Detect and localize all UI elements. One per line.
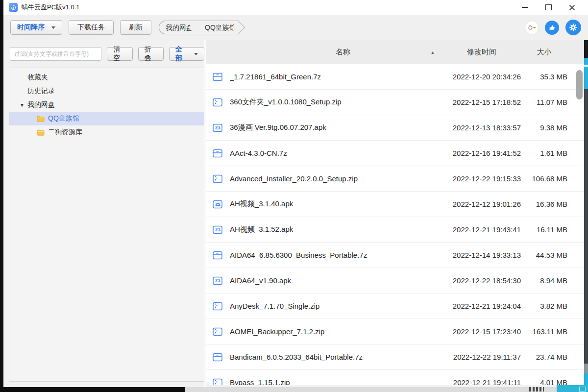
7z-file-icon [212, 72, 223, 82]
file-row[interactable]: 36漫画 Ver.9tg.06.07.207.apk2022-12-13 18:… [206, 115, 588, 141]
file-modified-time: 2022-12-22 18:54:30 [442, 276, 521, 285]
breadcrumb-item-1[interactable]: QQ皇族馆 [195, 21, 238, 34]
file-size: 4.01 MB [521, 378, 567, 385]
file-name: Advanced_Installer_20.2.0.0_Setup.zip [230, 174, 358, 183]
file-row[interactable]: AnyDesk_7.1.70_Single.zip2022-12-21 19:2… [206, 294, 588, 319]
folder-icon [37, 116, 45, 122]
file-name: Bandicam_6.0.5.2033_64bit_Portable.7z [230, 353, 363, 361]
minimize-button[interactable] [519, 2, 530, 12]
sort-order-dropdown[interactable]: 时间降序 [10, 20, 62, 35]
window-title: 蜗牛云盘PC版v1.0.1 [22, 3, 79, 12]
titlebar: 蜗牛云盘PC版v1.0.1 [3, 0, 588, 15]
file-row[interactable]: AIDA64_v1.90.apk2022-12-22 18:54:308.94 … [206, 268, 588, 294]
file-modified-time: 2022-12-21 19:43:41 [442, 225, 521, 234]
file-size: 35.3 MB [521, 73, 567, 81]
file-name: AIDA64_v1.90.apk [230, 276, 291, 285]
chevron-down-icon [51, 26, 55, 29]
breadcrumb-item-0[interactable]: 我的网盘 [159, 21, 195, 34]
sort-indicator-icon[interactable]: ▲ [423, 50, 442, 55]
file-name: 360文件夹_v1.0.0.1080_Setup.zip [230, 98, 342, 107]
apk-file-icon [212, 199, 223, 210]
file-row[interactable]: AH视频_3.1.40.apk2022-12-12 19:01:2616.36 … [206, 192, 588, 217]
file-size: 8.94 MB [521, 276, 567, 285]
file-size: 16.11 MB [521, 225, 567, 234]
sidebar: 清空 折叠 全部 收藏夹历史记录▼我的网盘QQ皇族馆二狗资源库 [3, 40, 204, 387]
collapse-button[interactable]: 折叠 [138, 47, 164, 61]
file-size: 9.38 MB [521, 123, 567, 132]
file-modified-time: 2022-12-20 20:34:26 [442, 73, 521, 81]
file-size: 23.74 MB [521, 353, 567, 361]
type-filter-dropdown[interactable]: 全部 [169, 47, 204, 61]
file-size: 106.68 MB [521, 174, 567, 183]
file-modified-time: 2022-12-22 19:11:37 [442, 353, 521, 361]
column-header-modified[interactable]: 修改时间 [442, 48, 521, 57]
background-window-fragment [529, 387, 544, 392]
tree-item[interactable]: 收藏夹 [9, 71, 204, 84]
file-size: 11.07 MB [521, 98, 567, 106]
file-name: _1.7.21861_64bit_Green.7z [230, 73, 321, 81]
tree-item-label: 收藏夹 [27, 73, 48, 82]
file-row[interactable]: Advanced_Installer_20.2.0.0_Setup.zip202… [206, 166, 588, 192]
file-row[interactable]: AAct-4.3.0-CN.7z2022-12-16 19:41:521.61 … [206, 141, 588, 166]
7z-file-icon [212, 250, 223, 261]
file-name: AOMEI_Backupper_7.1.2.zip [230, 327, 324, 336]
gear-icon [568, 23, 578, 32]
file-modified-time: 2022-12-22 19:15:33 [442, 174, 521, 183]
tree-item-label: 历史记录 [27, 87, 55, 96]
download-tasks-button[interactable]: 下载任务 [69, 20, 114, 35]
expander-down-icon[interactable]: ▼ [20, 102, 24, 108]
filter-input[interactable] [10, 47, 101, 61]
file-size: 3.82 MB [521, 302, 567, 310]
file-name: AAct-4.3.0-CN.7z [230, 149, 287, 157]
refresh-button[interactable]: 刷新 [120, 20, 151, 35]
zip-file-icon [212, 326, 223, 337]
tree-item[interactable]: 二狗资源库 [9, 125, 204, 139]
like-button[interactable] [545, 21, 559, 35]
toolbar: 时间降序 下载任务 刷新 我的网盘QQ皇族馆 [3, 15, 588, 40]
chevron-down-icon [194, 53, 198, 55]
file-row[interactable]: Bypass_1.15.1.zip2022-12-21 19:41:114.01… [206, 370, 588, 385]
zip-file-icon [212, 377, 223, 386]
app-logo-icon [9, 3, 18, 12]
apk-file-icon [212, 224, 223, 235]
file-modified-time: 2022-12-15 17:18:52 [442, 98, 521, 106]
file-row[interactable]: AH视频_3.1.52.apk2022-12-21 19:43:4116.11 … [206, 217, 588, 243]
file-modified-time: 2022-12-14 19:33:13 [442, 251, 521, 259]
zip-file-icon [212, 301, 223, 312]
scrollbar-thumb[interactable] [576, 70, 583, 99]
file-size: 1.61 MB [521, 149, 567, 157]
clear-filter-button[interactable]: 清空 [107, 47, 132, 61]
close-icon [569, 4, 575, 11]
file-modified-time: 2022-12-16 19:41:52 [442, 149, 521, 157]
tree-item-label: 我的网盘 [27, 100, 55, 109]
file-row[interactable]: AOMEI_Backupper_7.1.2.zip2022-12-15 17:2… [206, 319, 588, 344]
file-row[interactable]: Bandicam_6.0.5.2033_64bit_Portable.7z202… [206, 344, 588, 370]
zip-file-icon [212, 97, 223, 108]
tree-item[interactable]: QQ皇族馆 [9, 112, 204, 125]
background-window-bottom[interactable] [185, 387, 588, 392]
file-row[interactable]: _1.7.21861_64bit_Green.7z2022-12-20 20:3… [206, 64, 588, 90]
maximize-icon [545, 4, 552, 10]
settings-button[interactable] [565, 20, 581, 35]
site-logo-badge[interactable] [525, 21, 539, 34]
close-button[interactable] [566, 2, 577, 12]
7z-file-icon [212, 148, 223, 159]
apk-file-icon [212, 122, 223, 133]
file-panel: 名称 ▲ 修改时间 大小 _1.7.21861_64bit_Green.7z20… [206, 40, 588, 385]
background-window-mini-icon [579, 387, 586, 392]
maximize-button[interactable] [543, 2, 554, 12]
file-row[interactable]: AIDA64_6.85.6300_Business_Portable.7z202… [206, 243, 588, 268]
folder-tree: 收藏夹历史记录▼我的网盘QQ皇族馆二狗资源库 [9, 68, 204, 382]
tree-item[interactable]: 历史记录 [9, 84, 204, 98]
file-row[interactable]: 360文件夹_v1.0.0.1080_Setup.zip2022-12-15 1… [206, 90, 588, 115]
column-header-name[interactable]: 名称 [206, 48, 423, 57]
app-window: 蜗牛云盘PC版v1.0.1 时间降序 下载任务 刷新 我的网盘QQ皇族馆 [3, 0, 588, 387]
column-header-size[interactable]: 大小 [521, 48, 567, 57]
file-name: AH视频_3.1.40.apk [230, 199, 293, 209]
background-window-edge[interactable] [584, 40, 588, 392]
background-window-teal-button[interactable] [557, 385, 588, 392]
zip-file-icon [212, 173, 223, 184]
tree-item[interactable]: ▼我的网盘 [9, 98, 204, 112]
file-modified-time: 2022-12-21 19:24:04 [442, 302, 521, 310]
minimize-icon [522, 7, 528, 8]
